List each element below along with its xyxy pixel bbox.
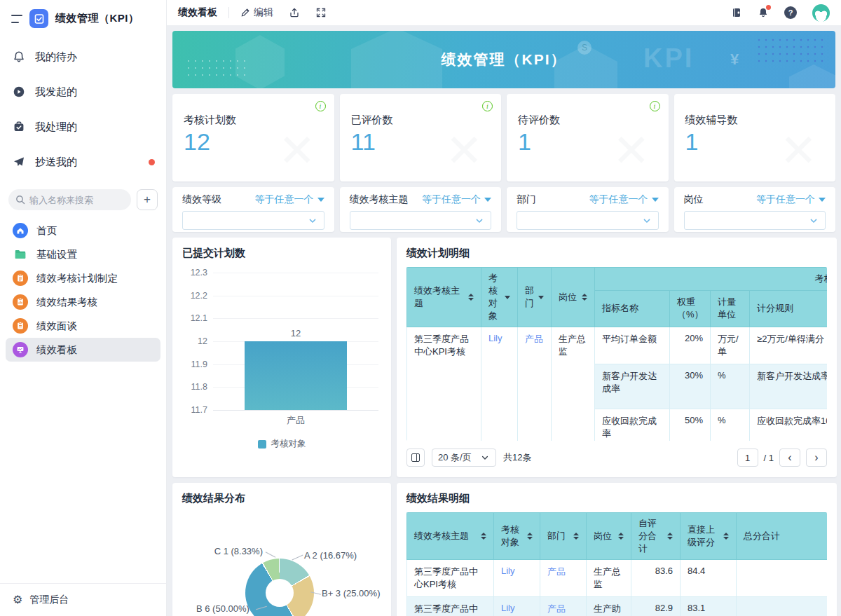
edit-button[interactable]: 编辑 bbox=[240, 6, 273, 19]
user-avatar[interactable] bbox=[812, 4, 830, 22]
column-header-total-score[interactable]: 总分合计 bbox=[737, 513, 828, 560]
sort-icon bbox=[667, 533, 673, 540]
pie-label-a: A 2 (16.67%) bbox=[304, 550, 357, 561]
sidebar-item-label: 我处理的 bbox=[35, 121, 77, 134]
notification-dot bbox=[766, 5, 771, 10]
sidebar-item-my-todo[interactable]: 我的待办 bbox=[0, 39, 166, 74]
chevron-down-icon bbox=[642, 216, 652, 226]
filter-grade: 绩效等级 等于任意一个 bbox=[172, 187, 334, 232]
filter-department: 部门 等于任意一个 bbox=[507, 187, 669, 232]
dept-link[interactable]: 产品 bbox=[547, 566, 566, 577]
dept-link[interactable]: 产品 bbox=[525, 334, 543, 344]
sidebar-header: 绩效管理（KPI） bbox=[0, 0, 166, 35]
workbook-button[interactable] bbox=[731, 7, 742, 18]
target-link[interactable]: Lily bbox=[501, 566, 515, 576]
sidebar-item-label: 绩效结果考核 bbox=[36, 296, 97, 309]
gear-icon: ⚙ bbox=[13, 594, 22, 605]
column-header-target[interactable]: 考核对象 bbox=[481, 268, 518, 327]
page-size-select[interactable]: 20 条/页 bbox=[432, 449, 496, 467]
filter-select[interactable] bbox=[684, 211, 826, 230]
sidebar-item-interview[interactable]: 绩效面谈 bbox=[6, 314, 160, 338]
dept-link[interactable]: 产品 bbox=[547, 603, 566, 614]
column-header-leader-score[interactable]: 直接上级评分 bbox=[681, 513, 737, 560]
collapse-menu-icon[interactable] bbox=[11, 15, 22, 23]
info-icon[interactable]: i bbox=[315, 101, 326, 111]
bar-value-label: 12 bbox=[245, 328, 347, 338]
dashboard-icon bbox=[13, 342, 28, 357]
fullscreen-button[interactable] bbox=[315, 7, 327, 18]
question-icon: ? bbox=[784, 6, 797, 19]
filter-operator-dropdown[interactable]: 等于任意一个 bbox=[422, 193, 491, 206]
filter-select[interactable] bbox=[182, 211, 324, 230]
filter-operator-dropdown[interactable]: 等于任意一个 bbox=[589, 193, 659, 206]
info-icon[interactable]: i bbox=[650, 101, 660, 111]
sidebar-item-my-processed[interactable]: 我处理的 bbox=[0, 109, 166, 144]
result-distribution-card: 绩效结果分布 C 1 (8.33%) A 2 (16.67%) B+ 3 (25… bbox=[172, 483, 391, 616]
chart-legend[interactable]: 考核对象 bbox=[182, 438, 381, 450]
sidebar-item-home[interactable]: 首页 bbox=[6, 219, 160, 242]
pie-label-bplus: B+ 3 (25.00%) bbox=[322, 588, 380, 598]
column-header-topic[interactable]: 绩效考核主题 bbox=[407, 513, 494, 560]
sidebar-item-cc-to-me[interactable]: 抄送我的 bbox=[0, 144, 166, 179]
column-header-unit[interactable]: 计量单位 bbox=[711, 290, 750, 327]
bar-chart: 12.3 12.2 12.1 12 11.9 11.8 11.7 12 bbox=[213, 273, 378, 410]
cell-self-score: 82.9 bbox=[631, 597, 681, 616]
column-header-dept[interactable]: 部门 bbox=[540, 513, 587, 560]
sidebar-item-basic-settings[interactable]: 基础设置 bbox=[6, 242, 160, 266]
filter-operator-dropdown[interactable]: 等于任意一个 bbox=[255, 193, 324, 206]
table-row[interactable]: 第三季度产品中心KPI考核 Lily 产品 生产总监 83.6 84.4 bbox=[407, 560, 828, 597]
sidebar-item-label: 绩效看板 bbox=[36, 343, 77, 357]
next-page-button[interactable]: › bbox=[806, 449, 827, 467]
search-input[interactable] bbox=[29, 195, 107, 205]
column-header-self-score[interactable]: 自评分合计 bbox=[631, 513, 681, 560]
sidebar-item-result-review[interactable]: 绩效结果考核 bbox=[6, 290, 160, 314]
sidebar-item-admin-console[interactable]: ⚙ 管理后台 bbox=[0, 583, 166, 616]
target-link[interactable]: Lily bbox=[488, 333, 502, 343]
notebook-icon bbox=[731, 7, 742, 18]
column-header-weight[interactable]: 权重（%） bbox=[670, 290, 711, 327]
y-tick: 12.2 bbox=[191, 291, 213, 301]
chevron-down-icon bbox=[480, 453, 490, 463]
sidebar-item-dashboard[interactable]: 绩效看板 bbox=[6, 338, 160, 362]
table-row[interactable]: 第三季度产品中心KPI考核 Lily 产品 生产助理 82.9 83.1 bbox=[407, 597, 828, 616]
page-input[interactable] bbox=[737, 449, 758, 467]
help-button[interactable]: ? bbox=[784, 6, 797, 19]
plan-table-scroll[interactable]: 绩效考核主题 考核对象 部门 岗位 考核指标 指标名称 权重（%） 计量单位 计… bbox=[406, 267, 827, 441]
info-icon[interactable]: i bbox=[482, 101, 493, 111]
filter-select[interactable] bbox=[350, 211, 492, 230]
notifications-button[interactable] bbox=[758, 7, 769, 18]
column-settings-button[interactable] bbox=[406, 449, 425, 467]
column-header-rule[interactable]: 计分规则 bbox=[750, 290, 828, 327]
sidebar-item-my-initiated[interactable]: 我发起的 bbox=[0, 74, 166, 109]
prev-page-button[interactable]: ‹ bbox=[779, 449, 800, 467]
target-link[interactable]: Lily bbox=[501, 603, 515, 613]
column-header-target[interactable]: 考核对象 bbox=[494, 513, 540, 560]
sort-icon bbox=[618, 533, 624, 540]
result-table-scroll[interactable]: 绩效考核主题 考核对象 部门 岗位 自评分合计 直接上级评分 总分合计 第三季度… bbox=[406, 512, 827, 616]
column-header-post[interactable]: 岗位 bbox=[552, 268, 595, 327]
stat-card-evaluated-count: i ✕ 已评价数 11 bbox=[340, 94, 502, 182]
cell-topic: 第三季度产品中心KPI考核 bbox=[407, 327, 481, 442]
bar-产品 bbox=[245, 341, 347, 410]
home-icon bbox=[13, 223, 28, 238]
donut-chart bbox=[245, 559, 314, 616]
stat-watermark: ✕ bbox=[613, 125, 650, 177]
column-header-dept[interactable]: 部门 bbox=[518, 268, 552, 327]
filter-operator-dropdown[interactable]: 等于任意一个 bbox=[756, 193, 826, 206]
share-button[interactable] bbox=[289, 7, 300, 18]
column-header-topic[interactable]: 绩效考核主题 bbox=[407, 268, 481, 327]
column-header-post[interactable]: 岗位 bbox=[587, 513, 631, 560]
table-row[interactable]: 第三季度产品中心KPI考核 Lily 产品 生产总监 平均订单金额 20% 万元… bbox=[407, 327, 828, 364]
add-button[interactable]: + bbox=[137, 189, 158, 210]
page-of: / 1 bbox=[764, 453, 774, 463]
cell-topic: 第三季度产品中心KPI考核 bbox=[407, 597, 494, 616]
column-header-indicator[interactable]: 指标名称 bbox=[595, 290, 670, 327]
sort-icon bbox=[481, 533, 486, 540]
sidebar-item-plan-making[interactable]: 绩效考核计划制定 bbox=[6, 266, 160, 290]
filter-select[interactable] bbox=[517, 211, 659, 230]
cell-self-score: 83.6 bbox=[631, 560, 681, 597]
tab-dashboard[interactable]: 绩效看板 bbox=[178, 6, 217, 19]
page-banner: S KPI ¥ 绩效管理（KPI） bbox=[172, 31, 835, 88]
sidebar-search[interactable] bbox=[8, 189, 131, 210]
sidebar-item-label: 抄送我的 bbox=[35, 156, 77, 169]
